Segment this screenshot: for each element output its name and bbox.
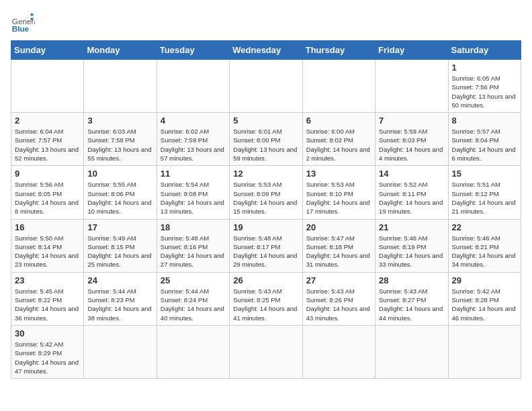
cell-info: Sunrise: 5:46 AM Sunset: 8:21 PM Dayligh… <box>452 234 517 269</box>
week-row-2: 2Sunrise: 6:04 AM Sunset: 7:57 PM Daylig… <box>11 113 521 166</box>
cell-info: Sunrise: 5:57 AM Sunset: 8:04 PM Dayligh… <box>452 127 517 163</box>
calendar-cell <box>375 325 448 378</box>
calendar-cell: 26Sunrise: 5:43 AM Sunset: 8:25 PM Dayli… <box>230 272 302 325</box>
calendar-cell <box>157 60 229 113</box>
calendar-cell <box>157 325 229 378</box>
header: General Blue <box>11 11 521 35</box>
calendar-cell: 7Sunrise: 5:59 AM Sunset: 8:03 PM Daylig… <box>375 113 448 166</box>
calendar-cell: 24Sunrise: 5:44 AM Sunset: 8:23 PM Dayli… <box>84 272 157 325</box>
weekday-header-row: SundayMondayTuesdayWednesdayThursdayFrid… <box>11 41 521 60</box>
cell-info: Sunrise: 5:50 AM Sunset: 8:14 PM Dayligh… <box>15 234 80 269</box>
calendar-cell <box>302 325 375 378</box>
calendar-cell: 28Sunrise: 5:43 AM Sunset: 8:27 PM Dayli… <box>375 272 448 325</box>
calendar-cell <box>230 325 302 378</box>
week-row-1: 1Sunrise: 6:05 AM Sunset: 7:56 PM Daylig… <box>11 60 521 113</box>
day-number: 11 <box>161 169 226 179</box>
cell-info: Sunrise: 6:05 AM Sunset: 7:56 PM Dayligh… <box>452 74 517 109</box>
calendar-cell: 9Sunrise: 5:56 AM Sunset: 8:05 PM Daylig… <box>11 166 84 219</box>
cell-info: Sunrise: 5:51 AM Sunset: 8:12 PM Dayligh… <box>452 180 517 216</box>
day-number: 29 <box>452 275 517 285</box>
calendar-cell: 22Sunrise: 5:46 AM Sunset: 8:21 PM Dayli… <box>448 219 521 272</box>
calendar-cell: 20Sunrise: 5:47 AM Sunset: 8:18 PM Dayli… <box>302 219 375 272</box>
week-row-6: 30Sunrise: 5:42 AM Sunset: 8:29 PM Dayli… <box>11 325 521 378</box>
cell-info: Sunrise: 6:01 AM Sunset: 8:00 PM Dayligh… <box>233 127 298 163</box>
day-number: 13 <box>306 169 371 179</box>
calendar-cell: 8Sunrise: 5:57 AM Sunset: 8:04 PM Daylig… <box>448 113 521 166</box>
calendar-cell: 13Sunrise: 5:53 AM Sunset: 8:10 PM Dayli… <box>302 166 375 219</box>
svg-marker-2 <box>30 13 34 16</box>
calendar-cell <box>302 60 375 113</box>
day-number: 9 <box>15 169 80 179</box>
calendar-cell: 1Sunrise: 6:05 AM Sunset: 7:56 PM Daylig… <box>448 60 521 113</box>
cell-info: Sunrise: 6:02 AM Sunset: 7:59 PM Dayligh… <box>161 127 226 163</box>
calendar-cell <box>84 60 157 113</box>
day-number: 23 <box>15 275 80 285</box>
calendar-cell: 11Sunrise: 5:54 AM Sunset: 8:08 PM Dayli… <box>157 166 229 219</box>
day-number: 1 <box>452 62 517 73</box>
day-number: 2 <box>15 116 80 126</box>
day-number: 18 <box>161 222 226 232</box>
calendar-cell: 29Sunrise: 5:42 AM Sunset: 8:28 PM Dayli… <box>448 272 521 325</box>
day-number: 30 <box>15 328 80 338</box>
cell-info: Sunrise: 6:03 AM Sunset: 7:58 PM Dayligh… <box>87 127 152 163</box>
calendar-cell: 14Sunrise: 5:52 AM Sunset: 8:11 PM Dayli… <box>375 166 448 219</box>
day-number: 4 <box>161 116 226 126</box>
cell-info: Sunrise: 5:43 AM Sunset: 8:26 PM Dayligh… <box>306 287 371 322</box>
cell-info: Sunrise: 5:43 AM Sunset: 8:27 PM Dayligh… <box>379 287 444 322</box>
day-number: 28 <box>379 275 444 285</box>
logo-icon: General Blue <box>11 11 35 35</box>
cell-info: Sunrise: 5:48 AM Sunset: 8:16 PM Dayligh… <box>161 234 226 269</box>
cell-info: Sunrise: 5:59 AM Sunset: 8:03 PM Dayligh… <box>379 127 444 163</box>
calendar-cell: 25Sunrise: 5:44 AM Sunset: 8:24 PM Dayli… <box>157 272 229 325</box>
cell-info: Sunrise: 5:44 AM Sunset: 8:23 PM Dayligh… <box>87 287 152 322</box>
calendar: SundayMondayTuesdayWednesdayThursdayFrid… <box>11 40 521 379</box>
calendar-cell: 6Sunrise: 6:00 AM Sunset: 8:02 PM Daylig… <box>302 113 375 166</box>
cell-info: Sunrise: 5:53 AM Sunset: 8:09 PM Dayligh… <box>233 180 298 216</box>
weekday-header-thursday: Thursday <box>302 41 375 60</box>
cell-info: Sunrise: 5:56 AM Sunset: 8:05 PM Dayligh… <box>15 180 80 216</box>
calendar-cell: 4Sunrise: 6:02 AM Sunset: 7:59 PM Daylig… <box>157 113 229 166</box>
day-number: 17 <box>87 222 152 232</box>
day-number: 26 <box>233 275 298 285</box>
week-row-5: 23Sunrise: 5:45 AM Sunset: 8:22 PM Dayli… <box>11 272 521 325</box>
calendar-cell <box>11 60 84 113</box>
cell-info: Sunrise: 5:44 AM Sunset: 8:24 PM Dayligh… <box>161 287 226 322</box>
calendar-cell: 16Sunrise: 5:50 AM Sunset: 8:14 PM Dayli… <box>11 219 84 272</box>
calendar-cell: 19Sunrise: 5:48 AM Sunset: 8:17 PM Dayli… <box>230 219 302 272</box>
day-number: 19 <box>233 222 298 232</box>
cell-info: Sunrise: 5:47 AM Sunset: 8:18 PM Dayligh… <box>306 234 371 269</box>
calendar-cell: 17Sunrise: 5:49 AM Sunset: 8:15 PM Dayli… <box>84 219 157 272</box>
day-number: 20 <box>306 222 371 232</box>
calendar-cell: 30Sunrise: 5:42 AM Sunset: 8:29 PM Dayli… <box>11 325 84 378</box>
day-number: 22 <box>452 222 517 232</box>
cell-info: Sunrise: 5:55 AM Sunset: 8:06 PM Dayligh… <box>87 180 152 216</box>
calendar-cell: 12Sunrise: 5:53 AM Sunset: 8:09 PM Dayli… <box>230 166 302 219</box>
calendar-cell: 18Sunrise: 5:48 AM Sunset: 8:16 PM Dayli… <box>157 219 229 272</box>
cell-info: Sunrise: 5:48 AM Sunset: 8:17 PM Dayligh… <box>233 234 298 269</box>
day-number: 15 <box>452 169 517 179</box>
weekday-header-friday: Friday <box>375 41 448 60</box>
cell-info: Sunrise: 6:04 AM Sunset: 7:57 PM Dayligh… <box>15 127 80 163</box>
day-number: 21 <box>379 222 444 232</box>
week-row-4: 16Sunrise: 5:50 AM Sunset: 8:14 PM Dayli… <box>11 219 521 272</box>
calendar-cell <box>375 60 448 113</box>
calendar-cell: 27Sunrise: 5:43 AM Sunset: 8:26 PM Dayli… <box>302 272 375 325</box>
day-number: 14 <box>379 169 444 179</box>
cell-info: Sunrise: 5:46 AM Sunset: 8:19 PM Dayligh… <box>379 234 444 269</box>
day-number: 6 <box>306 116 371 126</box>
calendar-cell: 23Sunrise: 5:45 AM Sunset: 8:22 PM Dayli… <box>11 272 84 325</box>
cell-info: Sunrise: 5:54 AM Sunset: 8:08 PM Dayligh… <box>161 180 226 216</box>
day-number: 10 <box>87 169 152 179</box>
cell-info: Sunrise: 5:52 AM Sunset: 8:11 PM Dayligh… <box>379 180 444 216</box>
week-row-3: 9Sunrise: 5:56 AM Sunset: 8:05 PM Daylig… <box>11 166 521 219</box>
calendar-cell: 10Sunrise: 5:55 AM Sunset: 8:06 PM Dayli… <box>84 166 157 219</box>
calendar-cell <box>448 325 521 378</box>
cell-info: Sunrise: 5:42 AM Sunset: 8:28 PM Dayligh… <box>452 287 517 322</box>
day-number: 12 <box>233 169 298 179</box>
day-number: 3 <box>87 116 152 126</box>
weekday-header-sunday: Sunday <box>11 41 84 60</box>
day-number: 16 <box>15 222 80 232</box>
day-number: 27 <box>306 275 371 285</box>
svg-text:Blue: Blue <box>12 24 30 33</box>
logo: General Blue <box>11 11 38 35</box>
